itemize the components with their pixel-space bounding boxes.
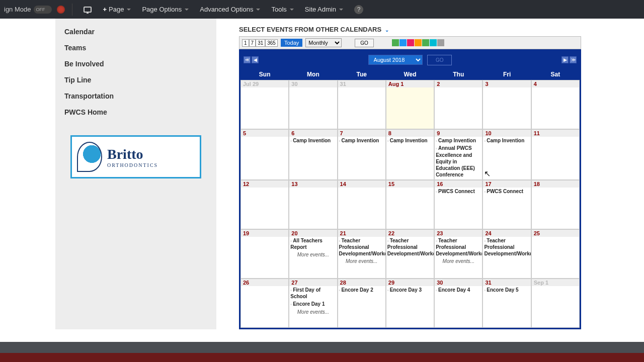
toolbar-go-button[interactable]: GO <box>355 39 374 47</box>
day-cell[interactable]: 24Teacher Professional Development/Workd… <box>482 229 531 279</box>
day-cell[interactable]: 9Camp InventionAnnual PWCS Excellence an… <box>434 129 482 180</box>
calendar-event[interactable]: All Teachers Report <box>290 237 336 251</box>
calendar-event[interactable]: Camp Invention <box>339 137 384 144</box>
day-cell[interactable]: 30Encore Day 4 <box>434 279 482 328</box>
help-button[interactable]: ? <box>350 3 367 16</box>
site-admin-menu[interactable]: Site Admin <box>301 4 347 15</box>
day-cell[interactable]: 4 <box>531 80 580 129</box>
calendar-event[interactable]: Teacher Professional Development/Workday <box>387 237 433 257</box>
day-cell[interactable]: 31 <box>338 80 386 129</box>
more-events-link[interactable]: More events... <box>290 252 336 257</box>
calendar-event[interactable]: Teacher Professional Development/Workday <box>484 237 529 257</box>
day-number: 28 <box>340 280 346 286</box>
day-cell[interactable]: 7Camp Invention <box>338 129 386 180</box>
sponsor-logo[interactable]: Britto ORTHODONTICS <box>70 135 201 178</box>
day-cell[interactable]: 6Camp Invention <box>289 129 337 180</box>
calendar-event[interactable]: Teacher Professional Development/Workday <box>436 237 481 257</box>
page-menu[interactable]: +Page <box>99 4 135 15</box>
day-cell[interactable]: 12 <box>240 180 289 229</box>
day-cell[interactable]: 2 <box>434 80 482 129</box>
calendar-event[interactable]: Camp Invention <box>436 137 481 144</box>
calendar-event[interactable]: Encore Day 4 <box>436 286 481 294</box>
next-month-button[interactable]: ▶ <box>561 56 569 63</box>
more-events-link[interactable]: More events... <box>339 258 384 264</box>
day-cell[interactable]: Jul 29 <box>240 80 289 129</box>
range-31-button[interactable]: 31 <box>256 39 265 47</box>
sidebar-item-teams[interactable]: Teams <box>55 40 216 56</box>
toggle-off[interactable]: OFF <box>34 6 52 14</box>
calendar-event[interactable]: First Day of School <box>290 286 336 300</box>
day-cell[interactable]: 14 <box>338 180 386 229</box>
day-cell[interactable]: 11 <box>531 129 580 180</box>
tools-menu[interactable]: Tools <box>267 4 297 15</box>
day-cell[interactable]: 27First Day of SchoolEncore Day 1More ev… <box>289 279 337 328</box>
calendar-event[interactable]: Camp Invention <box>290 137 336 144</box>
select-events-header[interactable]: SELECT EVENTS FROM OTHER CALENDARS ⌄ <box>239 26 644 33</box>
sidebar-item-transportation[interactable]: Transportation <box>55 88 216 104</box>
day-cell[interactable]: 30 <box>289 80 337 129</box>
day-cell[interactable]: Aug 1 <box>386 80 434 129</box>
next-year-button[interactable]: ≫ <box>570 56 577 63</box>
day-cell[interactable]: 8Camp Invention <box>386 129 434 180</box>
add-event-icon[interactable] <box>392 39 399 46</box>
day-cell[interactable]: 10Camp Invention <box>482 129 531 180</box>
day-cell[interactable]: 23Teacher Professional Development/Workd… <box>434 229 482 279</box>
day-cell[interactable]: 28Encore Day 2 <box>338 279 386 328</box>
sidebar-item-be-involved[interactable]: Be Involved <box>55 56 216 72</box>
day-number: 7 <box>340 130 343 136</box>
calendar-event[interactable]: Encore Day 2 <box>339 286 384 294</box>
more-events-link[interactable]: More events... <box>290 309 336 315</box>
day-cell[interactable]: 13 <box>289 180 337 229</box>
day-cell[interactable]: 29Encore Day 3 <box>386 279 434 328</box>
day-cell[interactable]: 25 <box>531 229 580 279</box>
advanced-options-menu[interactable]: Advanced Options <box>196 4 264 15</box>
rss-icon[interactable] <box>415 39 422 46</box>
sidebar-item-pwcs-home[interactable]: PWCS Home <box>55 104 216 120</box>
day-cell[interactable]: 19 <box>240 229 289 279</box>
page-options-menu[interactable]: Page Options <box>138 4 193 15</box>
day-cell[interactable]: 26 <box>240 279 289 328</box>
day-cell[interactable]: 3 <box>482 80 531 129</box>
day-cell[interactable]: 31Encore Day 5 <box>482 279 531 328</box>
export-icon[interactable] <box>422 39 429 46</box>
calendar-event[interactable]: Encore Day 5 <box>484 286 529 294</box>
import-icon[interactable] <box>399 39 407 46</box>
calendar-event[interactable]: PWCS Connect <box>484 188 529 195</box>
calendar-event[interactable]: Encore Day 1 <box>290 300 336 308</box>
delete-icon[interactable] <box>407 39 414 46</box>
range-365-button[interactable]: 365 <box>265 39 278 47</box>
range-7-button[interactable]: 7 <box>249 39 256 47</box>
month-go-button[interactable]: GO <box>427 55 452 65</box>
design-mode-toggle[interactable]: ign Mode OFF <box>4 6 65 14</box>
day-cell[interactable]: 17PWCS Connect <box>482 180 531 229</box>
day-cell[interactable]: 5 <box>240 129 289 180</box>
calendar-event[interactable]: Camp Invention <box>387 137 433 144</box>
day-number: 11 <box>534 130 540 136</box>
more-events-link[interactable]: More events... <box>436 258 481 264</box>
monitor-icon <box>84 7 92 13</box>
day-cell[interactable]: 20All Teachers ReportMore events... <box>289 229 337 279</box>
view-select[interactable]: Monthly <box>305 38 342 47</box>
month-select[interactable]: August 2018 <box>368 55 423 65</box>
day-cell[interactable]: 21Teacher Professional Development/Workd… <box>338 229 386 279</box>
range-1-button[interactable]: 1 <box>242 39 249 47</box>
sidebar-item-calendar[interactable]: Calendar <box>55 24 216 40</box>
settings-icon[interactable] <box>437 39 444 46</box>
prev-year-button[interactable]: ≪ <box>244 56 251 63</box>
calendar-event[interactable]: Annual PWCS Excellence and Equity in Edu… <box>436 144 481 178</box>
day-cell[interactable]: 15 <box>386 180 434 229</box>
day-cell[interactable]: Sep 1 <box>531 279 580 328</box>
calendar-event[interactable]: PWCS Connect <box>436 188 481 195</box>
prev-month-button[interactable]: ◀ <box>252 56 259 63</box>
today-button[interactable]: Today <box>281 39 302 47</box>
day-number: 19 <box>243 230 249 236</box>
day-cell[interactable]: 18 <box>531 180 580 229</box>
print-icon[interactable] <box>430 39 437 46</box>
preview-button[interactable] <box>79 5 96 15</box>
day-cell[interactable]: 22Teacher Professional Development/Workd… <box>386 229 434 279</box>
calendar-event[interactable]: Encore Day 3 <box>387 286 433 294</box>
sidebar-item-tip-line[interactable]: Tip Line <box>55 72 216 88</box>
calendar-event[interactable]: Teacher Professional Development/Workday <box>339 237 384 257</box>
calendar-event[interactable]: Camp Invention <box>484 137 529 144</box>
day-cell[interactable]: 16PWCS Connect <box>434 180 482 229</box>
